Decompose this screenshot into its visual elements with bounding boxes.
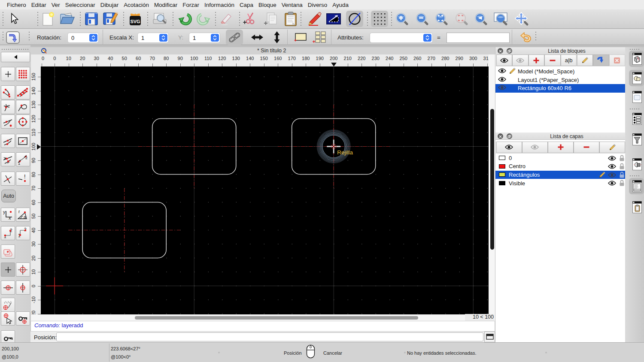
svg-text:Rejilla: Rejilla: [337, 149, 353, 156]
svg-text:SVG: SVG: [130, 19, 140, 24]
svg-text:r: r: [18, 209, 20, 214]
svg-text:y: y: [3, 209, 6, 214]
svg-text:x: x: [9, 215, 11, 220]
svg-text:1: 1: [18, 161, 20, 165]
svg-text:!: !: [24, 173, 26, 180]
